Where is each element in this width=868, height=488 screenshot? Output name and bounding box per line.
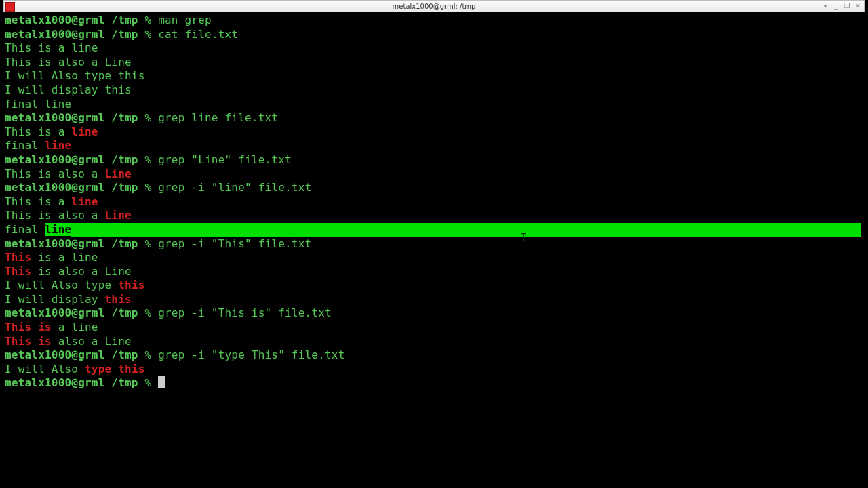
output-line: This is a line [5, 125, 865, 140]
grep-match: This is [5, 321, 52, 333]
output-text: final [5, 223, 45, 236]
shell-prompt: metalx1000@grml /tmp % [5, 348, 158, 361]
output-line: This is a line [5, 41, 865, 56]
command-text: grep "Line" file.txt [158, 153, 292, 166]
minimize-button[interactable]: _ [831, 2, 841, 12]
grep-match: line [71, 125, 98, 138]
window-title: metalx1000@grml: /tmp [393, 3, 476, 10]
maximize-button[interactable]: ❐ [842, 2, 852, 12]
block-cursor [158, 376, 165, 388]
grep-match: This [5, 265, 31, 278]
app-icon [5, 2, 15, 12]
command-line: metalx1000@grml /tmp % grep -i "type Thi… [5, 348, 865, 363]
output-line: This is also a Line [5, 209, 865, 223]
shell-prompt: metalx1000@grml /tmp % [5, 376, 158, 389]
output-line: This is also a Line [5, 265, 865, 279]
grep-match: this [105, 293, 132, 306]
grep-match: line [71, 195, 98, 208]
output-line: I will display this [5, 293, 865, 307]
output-text: I will display this [5, 83, 132, 96]
command-text: man grep [158, 14, 212, 26]
command-line: metalx1000@grml /tmp % [5, 376, 865, 390]
command-text: grep line file.txt [158, 111, 278, 124]
selection-fill [71, 223, 861, 237]
grep-match: Line [105, 209, 132, 222]
close-button[interactable]: ✕ [853, 2, 863, 12]
output-text: I will Also [5, 363, 85, 375]
grep-match: This is [5, 335, 52, 348]
command-line: metalx1000@grml /tmp % cat file.txt [5, 28, 865, 42]
command-line: metalx1000@grml /tmp % grep line file.tx… [5, 111, 865, 125]
output-line: This is a line [5, 195, 865, 209]
terminal-area[interactable]: metalx1000@grml /tmp % man grepmetalx100… [3, 12, 865, 390]
terminal-window: metalx1000@grml: /tmp ▾ _ ❐ ✕ metalx1000… [3, 0, 865, 488]
output-line: This is also a Line [5, 56, 865, 70]
shell-prompt: metalx1000@grml /tmp % [5, 306, 158, 319]
output-line: This is also a Line [5, 335, 865, 349]
output-text: This is a [5, 125, 71, 138]
shell-prompt: metalx1000@grml /tmp % [5, 237, 158, 250]
command-line: metalx1000@grml /tmp % grep -i "This is"… [5, 306, 865, 321]
output-line: This is a line [5, 251, 865, 265]
command-line: metalx1000@grml /tmp % man grep [5, 14, 865, 28]
output-text: I will display [5, 293, 105, 306]
window-controls: ▾ _ ❐ ✕ [821, 2, 863, 12]
shell-prompt: metalx1000@grml /tmp % [5, 14, 158, 26]
grep-match: This [5, 251, 31, 264]
output-line: This is a line [5, 321, 865, 335]
command-line: metalx1000@grml /tmp % grep -i "line" fi… [5, 181, 865, 195]
grep-match: line [45, 139, 71, 152]
window-titlebar[interactable]: metalx1000@grml: /tmp ▾ _ ❐ ✕ [3, 0, 865, 12]
output-text: final line [5, 98, 71, 110]
output-line: final line [5, 139, 865, 153]
output-line: This is also a Line [5, 167, 865, 182]
output-text: a line [52, 321, 98, 333]
output-line: I will Also type this [5, 69, 865, 83]
output-line: I will display this [5, 83, 865, 98]
grep-match: Line [105, 167, 132, 180]
output-text: This is also a [5, 167, 105, 180]
output-text: is also a Line [31, 265, 132, 278]
command-line: metalx1000@grml /tmp % grep -i "This" fi… [5, 237, 865, 251]
command-text: grep -i "line" file.txt [158, 181, 311, 194]
output-text: I will Also type this [5, 69, 145, 82]
output-line: I will Also type this [5, 279, 865, 293]
shell-prompt: metalx1000@grml /tmp % [5, 153, 158, 166]
command-text: cat file.txt [158, 28, 238, 41]
shell-prompt: metalx1000@grml /tmp % [5, 111, 158, 124]
grep-match: this [118, 279, 144, 291]
command-text: grep -i "This is" file.txt [158, 306, 332, 319]
output-text: is a line [31, 251, 98, 264]
shell-prompt: metalx1000@grml /tmp % [5, 28, 158, 41]
command-text: grep -i "type This" file.txt [158, 348, 344, 361]
grep-match: type this [85, 363, 145, 375]
output-text: This is also a [5, 209, 105, 222]
output-text: This is also a Line [5, 56, 132, 68]
output-text: final [5, 139, 45, 152]
shade-button[interactable]: ▾ [821, 2, 830, 12]
command-text: grep -i "This" file.txt [158, 237, 311, 250]
command-line: metalx1000@grml /tmp % grep "Line" file.… [5, 153, 865, 167]
output-text: also a Line [52, 335, 132, 348]
output-text: This is a line [5, 41, 98, 54]
output-text: This is a [5, 195, 71, 208]
output-line: final line [5, 223, 865, 237]
output-line: final line [5, 98, 865, 112]
output-line: I will Also type this [5, 363, 865, 377]
selected-row: final line [5, 223, 860, 237]
output-text: I will Also type [5, 279, 118, 291]
selection-highlight: line [45, 223, 71, 236]
shell-prompt: metalx1000@grml /tmp % [5, 181, 158, 194]
